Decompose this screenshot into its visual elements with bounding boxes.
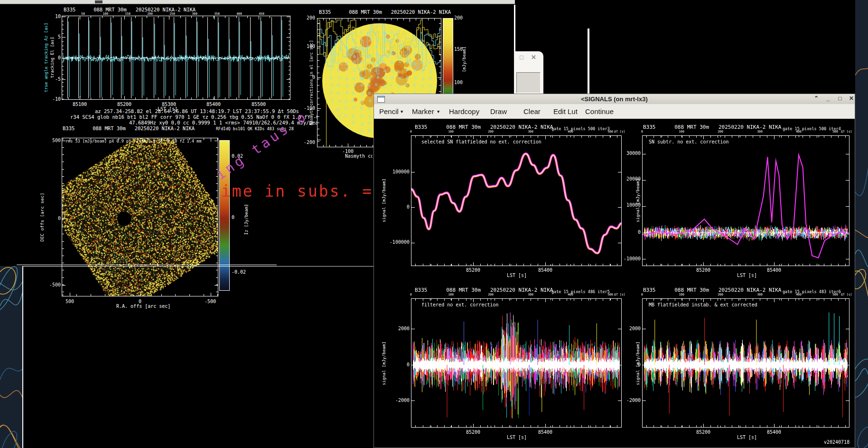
tick-label: 0 (301, 75, 315, 80)
tick-label: -100000 (381, 239, 410, 245)
tick-label: 85300 (155, 102, 183, 107)
tick-label: 85400 (531, 267, 560, 273)
desktop: B335 088 MRT 30m 20250220 NIKA-2 NIKA tr… (0, 0, 868, 448)
map-inner-label: rms 53 [mJy/beam] pX 0.9 pY -2 fX 1.9 fY… (65, 139, 202, 143)
signals-title-bar[interactable]: <SIGNALS (on mrt-lx3) ⌃ _ □ ✕ (374, 94, 855, 105)
tick-label: 200 (301, 15, 315, 20)
tick-label: -500 (46, 282, 61, 287)
close-icon[interactable]: ✕ (847, 95, 856, 103)
desktop-wallpaper-right (855, 0, 868, 448)
tick-label: 400 (556, 293, 585, 296)
tick-label: -2000 (612, 398, 641, 403)
tick-label: 85400 (531, 429, 560, 435)
signals-plot4-canvas (642, 298, 849, 428)
tick-label: 2000 (612, 326, 641, 331)
window-border-line (17, 265, 277, 265)
tick-label: 0 (628, 130, 656, 133)
tick-label: 0 (47, 55, 61, 60)
menu-draw[interactable]: Draw (490, 107, 507, 115)
tick-label: 200 (476, 130, 505, 133)
signals-plot1-yaxis-label: signal [mJy/beam] (382, 179, 386, 222)
menu-clear[interactable]: Clear (523, 107, 541, 115)
tick-label: 0 (612, 229, 641, 235)
red-annotation: ime in subs. = 7 (221, 182, 395, 200)
tick-label: 85200 (459, 429, 487, 435)
tick-label: 85200 (689, 429, 718, 435)
signals-plot3-xaxis-label: LST [s] (507, 435, 527, 440)
signals-plot4-inner-label: MB flatfielded instab. & ext corrected (649, 302, 757, 307)
signals-plot1-inner-label: selected SN flatfielded no ext. correcti… (421, 139, 541, 144)
beam-xaxis-label: Nasmyth corr (345, 153, 373, 159)
tick-label: 0 (381, 204, 410, 210)
plot-window-menu-fragment (95, 0, 103, 3)
tick-label: 85400 (760, 267, 788, 273)
tick-label: 500 (821, 293, 849, 296)
tick-label: -5 (47, 76, 61, 82)
tick-label: -2000 (381, 398, 410, 403)
tick-label: -100 (334, 149, 362, 154)
tick-label: 85100 (65, 102, 94, 107)
desktop-wallpaper-left (0, 266, 22, 448)
tick-label: 500 (56, 299, 84, 304)
tick-label: -0.02 (232, 269, 252, 275)
signals-plot2-xaxis-label: LST [s] (737, 273, 757, 278)
tick-label: -10 (47, 96, 61, 102)
tick-label: 0 (126, 299, 154, 304)
tick-label: 300 (516, 293, 545, 296)
fragment-window: □ ✕ (514, 51, 543, 94)
tick-label: 400 (784, 293, 813, 296)
window-border-line (17, 266, 277, 267)
tick-label: 100 (667, 293, 696, 296)
tick-label: 30000 (612, 151, 641, 156)
tick-label: 85400 (760, 429, 788, 435)
chevron-down-icon[interactable]: ▼ (401, 109, 403, 114)
menu-continue[interactable]: Continue (585, 107, 614, 115)
maximize-icon[interactable]: □ (836, 95, 844, 103)
menu-pencil[interactable]: Pencil (379, 107, 399, 115)
tick-label: 300 (516, 130, 545, 133)
signals-plot4-xaxis-label: LST [s] (737, 435, 757, 440)
signals-plot1-xaxis-label: LST [s] (507, 273, 527, 278)
shade-icon[interactable]: ⌃ (812, 95, 821, 103)
fragment-scroll-thumb[interactable] (516, 72, 541, 93)
tick-label: 200 (476, 293, 505, 296)
tick-label: 200 (454, 15, 468, 20)
signals-version: v20240718 (824, 439, 849, 445)
tick-label: 10000 (612, 202, 641, 208)
tick-label: 100 (437, 293, 465, 296)
tick-label: 100 (667, 130, 696, 133)
signals-window-title: <SIGNALS (on mrt-lx3) (374, 95, 855, 103)
plot-window-top-edge (0, 0, 515, 4)
minimize-icon[interactable]: _ (824, 95, 832, 103)
signals-menu-bar: Pencil ▼ Marker ▼ Hardcopy Draw Clear Ed… (374, 104, 855, 119)
tick-label: 200 (706, 293, 735, 296)
signals-plot3-canvas (411, 298, 622, 428)
tick-label: 150 (454, 47, 468, 52)
map-plot-canvas (62, 138, 218, 296)
signals-plot3-inner-label: filtered no ext. correction (421, 302, 499, 307)
beam-colorbar (443, 18, 453, 94)
close-icon[interactable]: ✕ (531, 54, 536, 61)
tick-label: 450 (247, 12, 276, 16)
tick-label: 2000 (381, 326, 410, 331)
tick-label: 100 (437, 130, 465, 133)
menu-hardcopy[interactable]: Hardcopy (449, 107, 479, 115)
maximize-icon[interactable]: □ (520, 54, 523, 61)
tick-label: 500 (596, 293, 625, 296)
map-xaxis-label: R.A. offs [arc sec] (116, 304, 170, 309)
signals-plot2-inner-label: SN subtr. no ext. correction (649, 139, 729, 144)
tick-label: 0 (397, 130, 425, 133)
tick-label: 10 (47, 14, 61, 19)
obs-info-line1: az 257.34-258.82 el 28.64-26.86 UT 13:48… (95, 108, 299, 114)
menu-edit-lut[interactable]: Edit Lut (553, 107, 578, 115)
tick-label: 300 (746, 130, 774, 133)
tick-label: 0 (46, 216, 61, 221)
menu-marker[interactable]: Marker (412, 107, 434, 115)
tick-label: 500 (596, 130, 625, 133)
signals-plot2-yaxis-label: signal [mJy/beam] (635, 179, 640, 222)
tick-label: 85200 (689, 267, 718, 273)
chevron-down-icon[interactable]: ▼ (437, 109, 439, 114)
tick-label: 200 (706, 130, 735, 133)
tick-label: 100 (454, 80, 468, 85)
tick-label: 20000 (612, 176, 641, 181)
